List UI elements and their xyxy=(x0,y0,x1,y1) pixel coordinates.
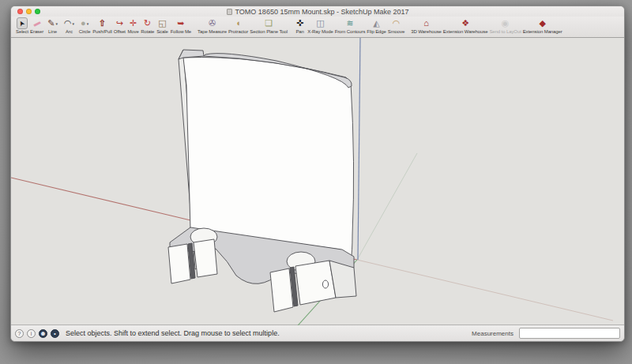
tool-line[interactable]: ✎▾Line xyxy=(45,17,60,34)
titlebar[interactable]: TOMO 18650 15mm Mount.skp - SketchUp Mak… xyxy=(11,6,624,17)
tool-scale[interactable]: ◱Scale xyxy=(156,17,168,34)
document-proxy-icon xyxy=(227,9,232,15)
circle-dropdown-caret-icon[interactable]: ▾ xyxy=(87,21,89,26)
geolocation-icon[interactable]: • xyxy=(51,329,59,338)
from-contours-icon: ≋ xyxy=(346,18,353,28)
right-clamp-block xyxy=(295,261,336,305)
tool-select-label: Select xyxy=(16,29,28,34)
send-to-layout-icon: ◉ xyxy=(502,18,510,28)
tool-from-contours-button[interactable]: ≋ xyxy=(344,17,356,29)
follow-me-icon: ➥ xyxy=(177,18,184,28)
tool-from-contours[interactable]: ≋From Contours xyxy=(335,17,366,34)
measurements-label: Measurements xyxy=(472,330,514,337)
tool-follow-me-label: Follow Me xyxy=(171,29,191,34)
tool-arc-button[interactable]: ◠▾ xyxy=(62,17,77,29)
tool-extension-warehouse[interactable]: ❖Extension Warehouse xyxy=(443,17,488,34)
model-battery-mount xyxy=(168,50,356,312)
tool-circle-button[interactable]: ●▾ xyxy=(78,17,91,29)
window-title: TOMO 18650 15mm Mount.skp - SketchUp Mak… xyxy=(11,8,624,16)
tool-section-plane-tool-button[interactable]: ❏ xyxy=(262,17,275,29)
tool-pan-button[interactable]: ✜ xyxy=(294,17,306,29)
left-clamp-block xyxy=(168,244,190,283)
tool-scale-button[interactable]: ◱ xyxy=(156,17,168,29)
eraser-icon: ▬ xyxy=(32,17,43,30)
help-icon[interactable]: ? xyxy=(15,329,24,338)
tool-protractor-label: Protractor xyxy=(228,29,248,34)
tool-send-to-layout: ◉Send to LayOut xyxy=(489,17,521,34)
tool-push-pull-label: Push/Pull xyxy=(92,29,111,34)
sketchup-window: TOMO 18650 15mm Mount.skp - SketchUp Mak… xyxy=(10,6,625,342)
tool-scale-label: Scale xyxy=(156,29,168,34)
tool-rotate-button[interactable]: ↻ xyxy=(141,17,153,29)
tool-eraser-button[interactable]: ▬ xyxy=(31,17,43,29)
toolbar: ➤Select▬Eraser✎▾Line◠▾Arc●▾Circle⇧Push/P… xyxy=(11,17,624,38)
protractor-icon: ◖ xyxy=(235,18,241,28)
tool-circle-label: Circle xyxy=(79,29,91,34)
tool-push-pull-button[interactable]: ⇧ xyxy=(96,17,108,29)
tool-3d-warehouse-label: 3D Warehouse xyxy=(411,29,442,34)
instructor-icon[interactable]: i xyxy=(27,329,36,338)
screw-hole xyxy=(322,280,328,288)
tool-push-pull[interactable]: ⇧Push/Pull xyxy=(92,17,111,34)
account-icon[interactable]: ☻ xyxy=(39,329,47,338)
tool-select[interactable]: ➤Select xyxy=(16,17,28,34)
right-clamp-block xyxy=(270,268,293,312)
tool-x-ray-mode-label: X-Ray Mode xyxy=(307,29,333,34)
tool-follow-me-button[interactable]: ➥ xyxy=(175,17,186,29)
tool-smoove-button[interactable]: ◠ xyxy=(390,17,403,29)
tool-move-label: Move xyxy=(127,29,138,34)
arc-icon: ◠ xyxy=(64,18,72,28)
green-axis-far xyxy=(357,153,417,260)
tool-eraser[interactable]: ▬Eraser xyxy=(30,17,43,34)
tool-tape-measure[interactable]: ✇Tape Measure xyxy=(198,17,227,34)
tool-smoove[interactable]: ◠Smoove xyxy=(388,17,404,34)
red-axis-far xyxy=(357,260,613,321)
tool-line-label: Line xyxy=(48,29,57,34)
line-dropdown-caret-icon[interactable]: ▾ xyxy=(55,21,58,26)
tool-section-plane-tool[interactable]: ❏Section Plane Tool xyxy=(250,17,288,34)
tool-3d-warehouse-button[interactable]: ⌂ xyxy=(421,17,431,29)
3d-warehouse-icon: ⌂ xyxy=(423,18,429,28)
extension-warehouse-icon: ❖ xyxy=(461,18,469,28)
tool-extension-manager-button[interactable]: ◆ xyxy=(536,17,547,29)
tool-arc[interactable]: ◠▾Arc xyxy=(62,17,77,34)
tool-send-to-layout-label: Send to LayOut xyxy=(489,29,521,34)
tool-3d-warehouse[interactable]: ⌂3D Warehouse xyxy=(411,17,442,34)
tool-extension-manager-label: Extension Manager xyxy=(523,29,562,34)
tool-protractor[interactable]: ◖Protractor xyxy=(228,17,248,34)
extension-manager-icon: ◆ xyxy=(539,18,545,28)
circle-icon: ● xyxy=(81,18,86,28)
tool-offset-button[interactable]: ↪ xyxy=(114,17,126,29)
measurements-input[interactable] xyxy=(519,328,620,339)
tool-extension-warehouse-button[interactable]: ❖ xyxy=(459,17,472,29)
tool-protractor-button[interactable]: ◖ xyxy=(233,17,243,29)
tool-pan[interactable]: ✜Pan xyxy=(294,17,306,34)
tool-circle[interactable]: ●▾Circle xyxy=(78,17,91,34)
3d-viewport[interactable] xyxy=(11,38,624,325)
tool-move[interactable]: ✛Move xyxy=(127,17,139,34)
statusbar: ?i☻• Select objects. Shift to extend sel… xyxy=(11,325,624,341)
tool-follow-me[interactable]: ➥Follow Me xyxy=(171,17,191,34)
tool-x-ray-mode-button[interactable]: ◫ xyxy=(314,17,326,29)
tool-flip-edge[interactable]: ◭Flip Edge xyxy=(367,17,386,34)
tool-extension-manager[interactable]: ◆Extension Manager xyxy=(523,17,562,34)
tool-select-button[interactable]: ➤ xyxy=(17,17,28,29)
flip-edge-icon: ◭ xyxy=(373,18,379,28)
tool-offset-label: Offset xyxy=(114,29,126,34)
tool-rotate[interactable]: ↻Rotate xyxy=(141,17,154,34)
tool-rotate-label: Rotate xyxy=(141,29,154,34)
arc-dropdown-caret-icon[interactable]: ▾ xyxy=(73,21,75,26)
smoove-icon: ◠ xyxy=(393,18,401,28)
tool-flip-edge-button[interactable]: ◭ xyxy=(371,17,382,29)
section-plane-tool-icon: ❏ xyxy=(265,18,273,28)
tool-line-button[interactable]: ✎▾ xyxy=(45,17,60,29)
tool-offset[interactable]: ↪Offset xyxy=(114,17,126,34)
tool-smoove-label: Smoove xyxy=(388,29,404,34)
model-canvas xyxy=(11,38,624,325)
blue-axis xyxy=(358,38,360,260)
tool-send-to-layout-button: ◉ xyxy=(499,17,512,29)
tool-move-button[interactable]: ✛ xyxy=(127,17,139,29)
tool-tape-measure-button[interactable]: ✇ xyxy=(206,17,218,29)
tool-x-ray-mode[interactable]: ◫X-Ray Mode xyxy=(307,17,333,34)
tool-eraser-label: Eraser xyxy=(30,29,43,34)
